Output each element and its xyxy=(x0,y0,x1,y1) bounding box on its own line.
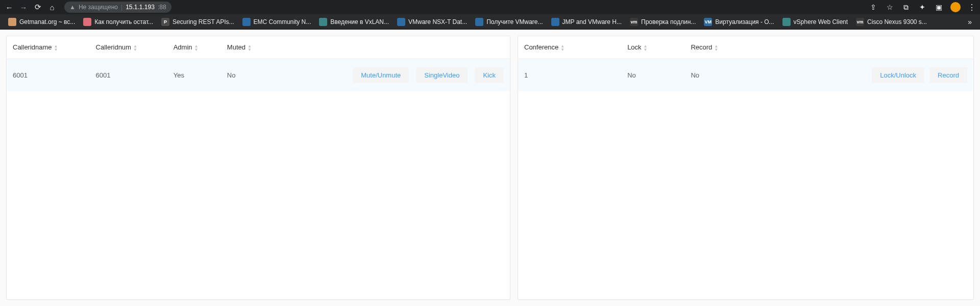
bookmark-label: Как получить остат... xyxy=(94,18,153,26)
favicon-icon xyxy=(242,18,251,26)
back-button[interactable]: ← xyxy=(4,2,14,12)
not-secure-icon: ▲ xyxy=(69,4,76,11)
bookmark-label: vSphere Web Client xyxy=(794,18,848,26)
bookmark-label: VMware NSX-T Dat... xyxy=(408,18,467,26)
bookmarks-bar: Getmanat.org ~ вс... Как получить остат.… xyxy=(0,14,980,30)
bookmark-item[interactable]: EMC Community N... xyxy=(239,16,314,28)
callers-table: Calleridname▲▼ Calleridnum▲▼ Admin▲▼ Mut… xyxy=(7,36,510,91)
extensions-icon[interactable]: ⧉ xyxy=(901,3,911,12)
bookmark-item[interactable]: Введение в VxLAN... xyxy=(316,16,392,28)
sort-icon: ▲▼ xyxy=(54,44,58,52)
bookmark-label: Проверка подлин... xyxy=(641,18,696,26)
callers-panel: Calleridname▲▼ Calleridnum▲▼ Admin▲▼ Mut… xyxy=(6,36,510,300)
address-bar[interactable]: ▲ Не защищено | 15.1.1.193:88 xyxy=(64,2,172,13)
favicon-icon: P xyxy=(161,18,169,26)
sort-icon: ▲▼ xyxy=(644,44,648,52)
puzzle-icon[interactable]: ✦ xyxy=(918,3,927,12)
cell-record: No xyxy=(684,59,763,91)
forward-button[interactable]: → xyxy=(18,2,29,12)
mute-unmute-button[interactable]: Mute/Unmute xyxy=(353,67,409,83)
cell-admin: Yes xyxy=(167,59,221,91)
cell-conference: 1 xyxy=(518,59,621,91)
sort-icon: ▲▼ xyxy=(133,44,137,52)
col-admin[interactable]: Admin▲▼ xyxy=(167,36,221,59)
profile-avatar[interactable] xyxy=(950,2,961,12)
table-row[interactable]: 1 No No Lock/Unlock Record xyxy=(518,59,973,91)
sort-icon: ▲▼ xyxy=(714,44,718,52)
favicon-icon: vm xyxy=(630,18,638,26)
favicon-icon xyxy=(83,18,91,26)
bookmark-item[interactable]: vSphere Web Client xyxy=(779,16,851,28)
sort-icon: ▲▼ xyxy=(248,44,252,52)
single-video-button[interactable]: SingleVideo xyxy=(416,67,468,83)
url-port: :88 xyxy=(158,4,166,11)
favicon-icon xyxy=(475,18,483,26)
bookmark-label: Getmanat.org ~ вс... xyxy=(19,18,75,26)
favicon-icon xyxy=(782,18,791,26)
share-icon[interactable]: ⇪ xyxy=(869,3,878,12)
bookmark-label: Получите VMware... xyxy=(486,18,543,26)
cell-muted: No xyxy=(221,59,274,91)
col-calleridnum[interactable]: Calleridnum▲▼ xyxy=(90,36,167,59)
record-button[interactable]: Record xyxy=(929,67,967,83)
favicon-icon: VM xyxy=(704,18,712,26)
security-label: Не защищено xyxy=(79,4,118,11)
panel-icon[interactable]: ▣ xyxy=(934,3,943,12)
bookmark-item[interactable]: Как получить остат... xyxy=(80,16,156,28)
bookmark-star-icon[interactable]: ☆ xyxy=(885,3,894,12)
col-conference[interactable]: Conference▲▼ xyxy=(518,36,621,59)
favicon-icon xyxy=(8,18,16,26)
favicon-icon: vm xyxy=(856,18,864,26)
bookmark-label: JMP and VMware H... xyxy=(562,18,622,26)
kick-button[interactable]: Kick xyxy=(475,67,504,83)
bookmark-item[interactable]: Getmanat.org ~ вс... xyxy=(5,16,78,28)
bookmark-label: Введение в VxLAN... xyxy=(330,18,389,26)
bookmarks-overflow-icon[interactable]: » xyxy=(965,18,975,26)
col-muted[interactable]: Muted▲▼ xyxy=(221,36,274,59)
favicon-icon xyxy=(551,18,559,26)
url-host: 15.1.1.193 xyxy=(126,4,155,11)
browser-menu-icon[interactable]: ⋮ xyxy=(968,3,976,12)
bookmark-item[interactable]: VMВиртуализация - О... xyxy=(701,16,777,28)
sort-icon: ▲▼ xyxy=(194,44,199,52)
bookmark-item[interactable]: vmПроверка подлин... xyxy=(627,16,699,28)
conference-panel: Conference▲▼ Lock▲▼ Record▲▼ 1 No No Loc… xyxy=(518,36,974,300)
cell-lock: No xyxy=(621,59,684,91)
favicon-icon xyxy=(397,18,405,26)
conference-table: Conference▲▼ Lock▲▼ Record▲▼ 1 No No Loc… xyxy=(518,36,973,91)
bookmark-item[interactable]: JMP and VMware H... xyxy=(548,16,625,28)
lock-unlock-button[interactable]: Lock/Unlock xyxy=(872,67,924,83)
bookmark-item[interactable]: PSecuring REST APIs... xyxy=(158,16,237,28)
page-content: Calleridname▲▼ Calleridnum▲▼ Admin▲▼ Mut… xyxy=(0,30,980,306)
favicon-icon xyxy=(319,18,327,26)
col-calleridname[interactable]: Calleridname▲▼ xyxy=(7,36,90,59)
table-row[interactable]: 6001 6001 Yes No Mute/Unmute SingleVideo… xyxy=(7,59,510,91)
col-lock[interactable]: Lock▲▼ xyxy=(621,36,684,59)
bookmark-item[interactable]: Получите VMware... xyxy=(472,16,546,28)
sort-icon: ▲▼ xyxy=(560,44,565,52)
bookmark-label: EMC Community N... xyxy=(254,18,311,26)
cell-calleridname: 6001 xyxy=(7,59,90,91)
bookmark-item[interactable]: vmCisco Nexus 9300 s... xyxy=(853,16,930,28)
bookmark-label: Cisco Nexus 9300 s... xyxy=(867,18,927,26)
bookmark-label: Виртуализация - О... xyxy=(715,18,774,26)
cell-calleridnum: 6001 xyxy=(90,59,167,91)
bookmark-item[interactable]: VMware NSX-T Dat... xyxy=(394,16,470,28)
bookmark-label: Securing REST APIs... xyxy=(173,18,234,26)
browser-toolbar: ← → ⟳ ⌂ ▲ Не защищено | 15.1.1.193:88 ⇪ … xyxy=(0,0,980,14)
col-record[interactable]: Record▲▼ xyxy=(684,36,763,59)
home-button[interactable]: ⌂ xyxy=(47,2,57,12)
reload-button[interactable]: ⟳ xyxy=(33,2,43,12)
